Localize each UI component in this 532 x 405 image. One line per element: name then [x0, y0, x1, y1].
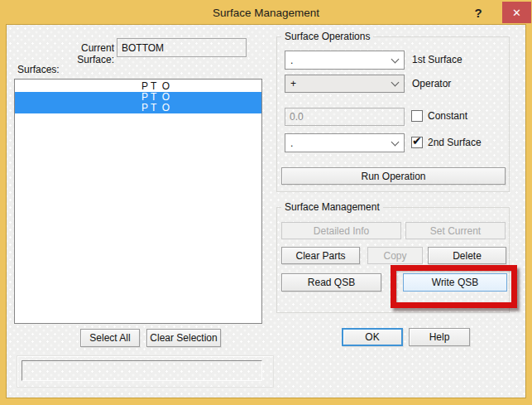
constant-value: 0.0 [290, 111, 304, 123]
constant-field: 0.0 [285, 108, 405, 126]
surface-operations-group-label: Surface Operations [281, 31, 373, 42]
operator-label: Operator [412, 75, 451, 93]
list-item[interactable]: TOP P T O [15, 103, 261, 113]
surface-management-window: Surface Management ? ✕ Current Surface: … [0, 0, 532, 405]
close-icon: ✕ [512, 7, 521, 19]
constant-label: Constant [428, 108, 467, 124]
surfaces-label: Surfaces: [17, 64, 60, 75]
delete-button[interactable]: Delete [428, 247, 506, 264]
copy-button: Copy [367, 247, 423, 264]
window-title: Surface Management [213, 7, 319, 19]
help-icon[interactable]: ? [470, 3, 486, 22]
checkmark-icon: ✔ [412, 134, 422, 147]
current-surface-value: BOTTOM [122, 42, 164, 54]
first-surface-value: . [290, 55, 293, 66]
list-item-name: TOP [36, 113, 56, 124]
first-surface-label: 1st Surface [412, 51, 463, 70]
chevron-down-icon [391, 55, 400, 63]
close-button[interactable]: ✕ [502, 2, 531, 23]
list-item-flags: P T O [141, 103, 170, 113]
second-surface-label: 2nd Surface [428, 134, 482, 151]
chevron-down-icon [391, 79, 400, 87]
constant-checkbox[interactable] [411, 110, 423, 122]
chevron-down-icon [391, 137, 400, 146]
list-item[interactable]: BOTTOM P T O [15, 92, 261, 103]
surface-management-group-label: Surface Management [281, 201, 383, 213]
read-qsb-button[interactable]: Read QSB [281, 273, 381, 292]
help-button[interactable]: Help [409, 328, 470, 346]
second-surface-checkbox[interactable]: ✔ [411, 137, 423, 148]
write-qsb-button[interactable]: Write QSB [403, 273, 507, 292]
surfaces-listbox[interactable]: . P T O BOTTOM P T O TOP P T O [14, 79, 262, 324]
current-surface-label: Current Surface: [48, 42, 114, 65]
status-field[interactable] [22, 360, 262, 381]
current-surface-field[interactable]: BOTTOM [117, 38, 247, 57]
first-surface-dropdown[interactable]: . [285, 51, 405, 70]
second-surface-dropdown[interactable]: . [285, 133, 405, 152]
clear-selection-button[interactable]: Clear Selection [146, 329, 221, 347]
list-item[interactable]: . P T O [15, 81, 261, 92]
clear-parts-button[interactable]: Clear Parts [281, 247, 360, 264]
operator-value: + [290, 78, 296, 89]
run-operation-button[interactable]: Run Operation [281, 167, 506, 185]
select-all-button[interactable]: Select All [80, 329, 140, 347]
titlebar[interactable]: Surface Management [0, 0, 532, 25]
operator-dropdown[interactable]: + [285, 75, 405, 93]
set-current-button: Set Current [405, 222, 506, 239]
detailed-info-button: Detailed Info [281, 222, 401, 239]
second-surface-value: . [290, 137, 293, 149]
ok-button[interactable]: OK [342, 328, 403, 346]
